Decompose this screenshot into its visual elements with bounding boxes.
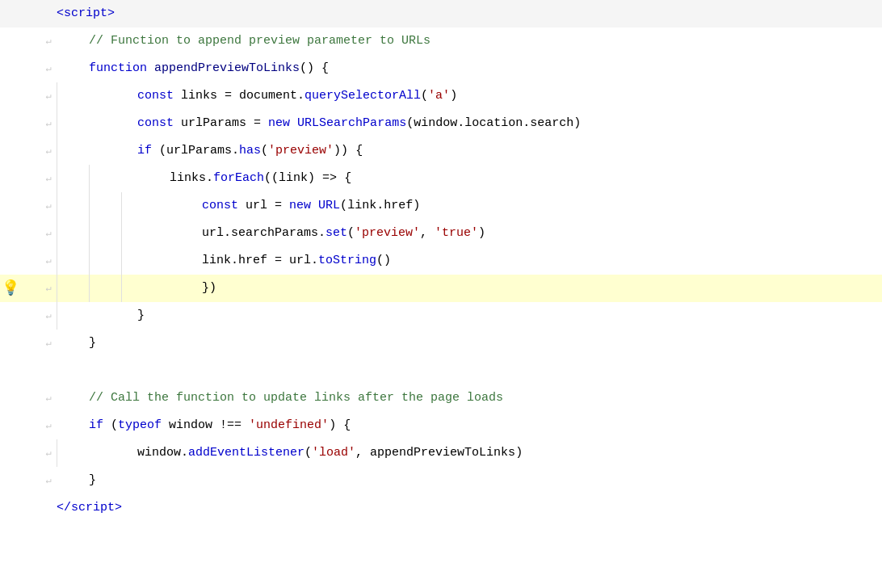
line-content-16: if ( typeof window !== 'undefined' ) { [57, 412, 882, 439]
tag-script-close: </script> [57, 494, 122, 522]
brace-close-if: } [137, 302, 145, 330]
string-preview-2: 'preview' [355, 220, 420, 247]
code-line-9: ↵ url.searchParams. set ( 'preview' , 't… [0, 220, 882, 247]
arrow-9: ↵ [40, 220, 57, 247]
code-line-14 [0, 357, 882, 384]
arrow-18: ↵ [40, 467, 57, 494]
paren-15: ) [478, 220, 485, 247]
paren-3: ) [450, 82, 457, 110]
paren-19: ( [304, 439, 312, 467]
method-has: has [239, 137, 261, 165]
arrow-16: ↵ [40, 412, 57, 439]
line-content-9: url.searchParams. set ( 'preview' , 'tru… [57, 220, 882, 247]
arrow-13: ↵ [40, 330, 57, 357]
paren-10: ( [271, 165, 279, 192]
keyword-if-1: if [137, 137, 152, 165]
tag-script-open: <script> [57, 0, 115, 27]
paren-2: ( [421, 82, 428, 110]
code-line-19: </script> [0, 494, 882, 522]
code-line-17: ↵ window. addEventListener ( 'load' , ap… [0, 439, 882, 467]
string-true: 'true' [435, 220, 478, 247]
code-line-8: ↵ const url = new URL ( link.href ) [0, 192, 882, 220]
line-content-19: </script> [57, 494, 882, 522]
paren-4: ( [406, 110, 414, 137]
space-2 [314, 55, 321, 82]
method-foreach: forEach [213, 165, 264, 192]
operator-eq-3: = [275, 192, 282, 220]
code-line-13: ↵ } [0, 330, 882, 357]
paren-9: ( [264, 165, 271, 192]
keyword-new-2: new [289, 192, 311, 220]
line-content-6: if ( urlParams. has ( 'preview' )) { [57, 137, 882, 165]
arrow-2: ↵ [40, 27, 57, 55]
paren-18: ) [329, 412, 336, 439]
brace-close-foreach: }) [202, 275, 216, 302]
code-line-1: <script> [0, 0, 882, 27]
string-undefined: 'undefined' [249, 412, 329, 439]
brace-open-2: { [355, 137, 363, 165]
arrow-4: ↵ [40, 82, 57, 110]
brace-open-4: { [343, 412, 351, 439]
code-line-4: ↵ const links = document. querySelectorA… [0, 82, 882, 110]
code-line-5: ↵ const urlParams = new URLSearchParams … [0, 110, 882, 137]
brace-open-3: { [344, 165, 351, 192]
line-content-18: } [57, 467, 882, 494]
arrow-7: ↵ [40, 165, 57, 192]
lightbulb-icon[interactable]: 💡 [2, 275, 19, 302]
code-line-6: ↵ if ( urlParams. has ( 'preview' )) { [0, 137, 882, 165]
code-line-10: ↵ link.href = url. toString () [0, 247, 882, 275]
comment-2: // Call the function to update links aft… [89, 384, 503, 412]
code-line-12: ↵ } [0, 302, 882, 330]
code-editor: <script> ↵ // Function to append preview… [0, 0, 882, 588]
string-preview-1: 'preview' [268, 137, 334, 165]
keyword-typeof: typeof [118, 412, 162, 439]
line-content-5: const urlParams = new URLSearchParams ( … [57, 110, 882, 137]
code-line-2: ↵ // Function to append preview paramete… [0, 27, 882, 55]
operator-eq-4: = [275, 247, 282, 275]
string-a: 'a' [428, 82, 450, 110]
paren-12: ( [340, 192, 347, 220]
operator-neq: !== [220, 412, 242, 439]
keyword-const-2: const [137, 110, 174, 137]
arrow-10: ↵ [40, 247, 57, 275]
method-tostring: toString [318, 247, 376, 275]
line-content-14 [57, 357, 882, 384]
keyword-const-1: const [137, 82, 174, 110]
code-line-18: ↵ } [0, 467, 882, 494]
line-content-13: } [57, 330, 882, 357]
arrow-6: ↵ [40, 137, 57, 165]
code-line-7: ↵ links. forEach ( ( link ) => { [0, 165, 882, 192]
arrow-func: => [322, 165, 337, 192]
func-name: appendPreviewToLinks [154, 55, 300, 82]
arrow-8: ↵ [40, 192, 57, 220]
paren-7: ( [261, 137, 268, 165]
method-queryselectorall: querySelectorAll [304, 82, 421, 110]
keyword-function: function [89, 55, 147, 82]
paren-11: ) [308, 165, 315, 192]
line-content-8: const url = new URL ( link.href ) [57, 192, 882, 220]
brace-close-func: } [89, 330, 96, 357]
comment-1: // Function to append preview parameter … [89, 27, 430, 55]
line-content-10: link.href = url. toString () [57, 247, 882, 275]
code-line-3: ↵ function appendPreviewToLinks () { [0, 55, 882, 82]
method-set: set [326, 220, 347, 247]
line-content-3: function appendPreviewToLinks () { [57, 55, 882, 82]
keyword-new-1: new [268, 110, 290, 137]
string-load: 'load' [312, 439, 355, 467]
line-content-11: }) [57, 275, 882, 302]
paren-8: )) [334, 137, 348, 165]
space-1 [147, 55, 154, 82]
operator-eq-1: = [225, 82, 232, 110]
code-line-11: 💡 ↵ }) [0, 275, 882, 302]
brace-close-ifwindow: } [89, 467, 96, 494]
arrow-15: ↵ [40, 384, 57, 412]
brace-open-1: { [321, 55, 329, 82]
keyword-const-3: const [202, 192, 238, 220]
line-content-1: <script> [57, 0, 882, 27]
paren-14: ( [347, 220, 355, 247]
paren-6: ( [159, 137, 166, 165]
paren-13: ) [413, 192, 420, 220]
line-content-2: // Function to append preview parameter … [57, 27, 882, 55]
code-line-15: ↵ // Call the function to update links a… [0, 384, 882, 412]
line-content-17: window. addEventListener ( 'load' , appe… [57, 439, 882, 467]
